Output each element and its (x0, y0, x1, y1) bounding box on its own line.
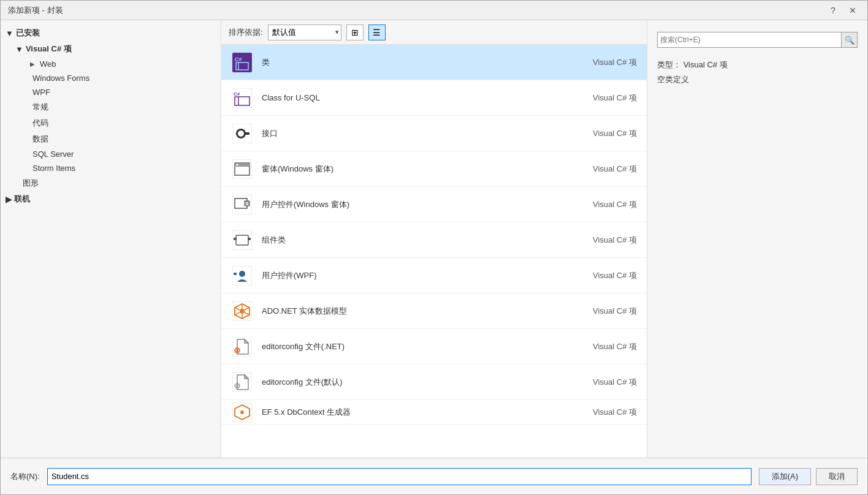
svg-rect-27 (234, 273, 237, 275)
svg-rect-18 (245, 201, 249, 206)
sidebar: ▼ 已安装 ▼ Visual C# 项 ▶ Web Windows Forms … (1, 20, 221, 458)
item-category: Visual C# 项 (576, 235, 637, 246)
table-row[interactable]: editorconfig 文件(默认) Visual C# 项 (221, 365, 647, 400)
svg-rect-12 (232, 159, 252, 179)
wpf-label: WPF (32, 88, 50, 97)
code-label: 代码 (32, 118, 48, 129)
add-button[interactable]: 添加(A) (759, 468, 811, 485)
search-button[interactable]: 🔍 (841, 32, 857, 47)
item-icon-user-control-wpf (231, 265, 253, 287)
sidebar-item-windows-forms[interactable]: Windows Forms (1, 71, 221, 85)
item-icon-interface (231, 123, 253, 145)
item-icon-component (231, 229, 253, 251)
sidebar-visual-csharp-header[interactable]: ▼ Visual C# 项 (1, 41, 221, 57)
item-icon-form (231, 158, 253, 180)
table-row[interactable]: EF 5.x DbContext 生成器 Visual C# 项 (221, 400, 647, 425)
item-name: 用户控件(Windows 窗体) (262, 199, 567, 210)
windows-forms-label: Windows Forms (32, 74, 89, 83)
items-list: C# 类 Visual C# 项 C# (221, 45, 647, 458)
item-name: editorconfig 文件(默认) (262, 377, 567, 388)
right-panel: 🔍 类型： Visual C# 项 空类定义 (647, 20, 867, 458)
type-info: 类型： Visual C# 项 (657, 59, 858, 70)
title-bar: 添加新项 - 封装 ? ✕ (1, 1, 867, 20)
action-buttons: 添加(A) 取消 (759, 468, 858, 485)
table-row[interactable]: C# 类 Visual C# 项 (221, 45, 647, 80)
sidebar-item-sql-server[interactable]: SQL Server (1, 147, 221, 161)
svg-rect-15 (236, 164, 238, 165)
svg-point-26 (239, 271, 245, 277)
table-row[interactable]: 用户控件(WPF) Visual C# 项 (221, 258, 647, 293)
item-name: ADO.NET 实体数据模型 (262, 306, 567, 317)
item-name: 窗体(Windows 窗体) (262, 164, 567, 175)
table-row[interactable]: ADO.NET 实体数据模型 Visual C# 项 (221, 293, 647, 329)
grid-view-button[interactable]: ⊞ (346, 25, 364, 40)
bottom-area: 名称(N): 添加(A) 取消 (1, 458, 867, 494)
svg-point-30 (240, 309, 245, 314)
sort-label: 排序依据: (229, 27, 263, 38)
sidebar-item-storm-items[interactable]: Storm Items (1, 161, 221, 175)
dialog-title: 添加新项 - 封装 (8, 5, 63, 16)
item-name: EF 5.x DbContext 生成器 (262, 407, 567, 418)
close-button[interactable]: ✕ (845, 3, 860, 18)
item-icon-editorconfig-default (231, 371, 253, 393)
item-icon-class: C# (231, 51, 253, 74)
item-category: Visual C# 项 (576, 270, 637, 281)
main-content: ▼ 已安装 ▼ Visual C# 项 ▶ Web Windows Forms … (1, 20, 867, 458)
item-icon-usql: C# (231, 87, 253, 109)
table-row[interactable]: 接口 Visual C# 项 (221, 116, 647, 151)
installed-arrow-icon: ▼ (6, 29, 13, 38)
item-icon-ef (231, 401, 253, 423)
help-button[interactable]: ? (826, 3, 840, 18)
name-label: 名称(N): (10, 471, 40, 482)
right-info: 类型： Visual C# 项 空类定义 (657, 59, 858, 85)
item-name: 组件类 (262, 235, 567, 246)
item-icon-editorconfig-net (231, 336, 253, 358)
sidebar-online-header[interactable]: ▶ 联机 (1, 191, 221, 207)
sidebar-installed-header[interactable]: ▼ 已安装 (1, 25, 221, 41)
name-input[interactable] (47, 468, 752, 485)
item-category: Visual C# 项 (576, 128, 637, 139)
table-row[interactable]: 用户控件(Windows 窗体) Visual C# 项 (221, 187, 647, 222)
sidebar-item-data[interactable]: 数据 (1, 131, 221, 147)
item-icon-ado-net (231, 300, 253, 322)
item-category: Visual C# 项 (576, 199, 637, 210)
sql-server-label: SQL Server (32, 149, 74, 159)
toolbar: 排序依据: 默认值 名称 类型 ⊞ ☰ (221, 20, 647, 45)
sidebar-item-code[interactable]: 代码 (1, 115, 221, 131)
sort-select-wrap: 默认值 名称 类型 (268, 25, 341, 40)
sidebar-item-web[interactable]: ▶ Web (1, 57, 221, 71)
item-name: 用户控件(WPF) (262, 270, 567, 281)
item-category: Visual C# 项 (576, 377, 637, 388)
svg-rect-24 (248, 238, 251, 240)
table-row[interactable]: editorconfig 文件(.NET) Visual C# 项 (221, 329, 647, 365)
svg-rect-19 (246, 202, 248, 203)
dialog: 添加新项 - 封装 ? ✕ ▼ 已安装 ▼ Visual C# 项 ▶ Web (0, 0, 868, 495)
online-arrow-icon: ▶ (6, 195, 12, 204)
sidebar-item-wpf[interactable]: WPF (1, 85, 221, 99)
sidebar-item-graphics[interactable]: 图形 (1, 175, 221, 191)
cancel-button[interactable]: 取消 (816, 468, 858, 485)
sort-select[interactable]: 默认值 名称 类型 (268, 25, 341, 40)
visual-csharp-arrow-icon: ▼ (15, 45, 23, 54)
item-category: Visual C# 项 (576, 407, 637, 418)
online-label: 联机 (14, 194, 30, 205)
item-category: Visual C# 项 (576, 341, 637, 352)
sidebar-item-general[interactable]: 常规 (1, 99, 221, 115)
storm-items-label: Storm Items (32, 164, 75, 173)
table-row[interactable]: C# Class for U-SQL Visual C# 项 (221, 80, 647, 116)
item-category: Visual C# 项 (576, 164, 637, 175)
svg-point-43 (240, 410, 244, 414)
svg-point-10 (238, 130, 244, 137)
web-label: Web (40, 59, 56, 69)
list-view-button[interactable]: ☰ (368, 25, 386, 40)
item-name: 类 (262, 57, 567, 68)
item-name: editorconfig 文件(.NET) (262, 341, 567, 352)
search-input[interactable] (658, 32, 841, 47)
item-icon-user-control-win (231, 194, 253, 216)
table-row[interactable]: 窗体(Windows 窗体) Visual C# 项 (221, 151, 647, 187)
svg-rect-20 (246, 204, 248, 205)
table-row[interactable]: 组件类 Visual C# 项 (221, 222, 647, 258)
svg-text:C#: C# (234, 91, 240, 97)
general-label: 常规 (32, 102, 48, 113)
type-value: Visual C# 项 (683, 60, 728, 69)
